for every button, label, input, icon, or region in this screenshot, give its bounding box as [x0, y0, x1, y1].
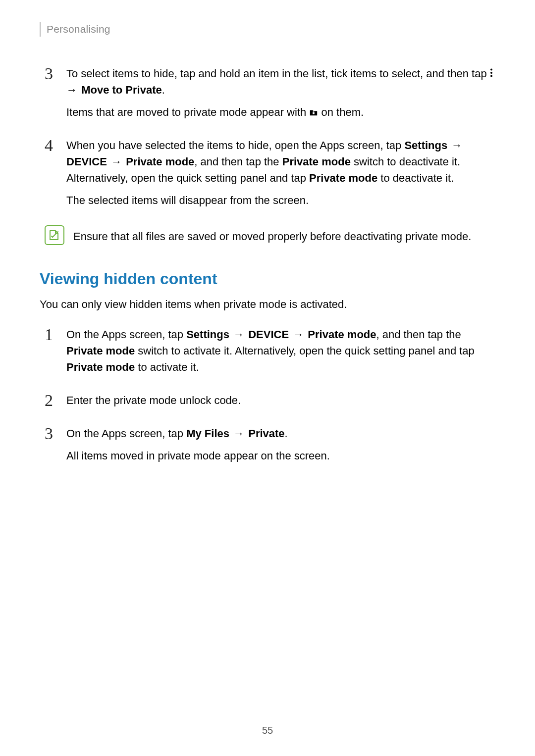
section-intro: You can only view hidden items when priv…	[40, 296, 495, 312]
step-body: On the Apps screen, tap Settings → DEVIC…	[66, 326, 495, 381]
page-header: Personalising	[40, 22, 495, 37]
svg-point-0	[490, 69, 492, 71]
view-step-1-text: On the Apps screen, tap Settings → DEVIC…	[66, 326, 495, 375]
step-4: 4 When you have selected the items to hi…	[45, 137, 495, 214]
note-icon	[45, 225, 64, 245]
chapter-title: Personalising	[47, 23, 110, 35]
view-step-3-line-1: On the Apps screen, tap My Files → Priva…	[66, 425, 495, 442]
step-3-line-1: To select items to hide, tap and hold an…	[66, 65, 495, 98]
step-4-line-2: The selected items will disappear from t…	[66, 192, 495, 208]
view-step-1: 1 On the Apps screen, tap Settings → DEV…	[45, 326, 495, 381]
view-step-3: 3 On the Apps screen, tap My Files → Pri…	[45, 425, 495, 470]
note-text: Ensure that all files are saved or moved…	[73, 225, 471, 245]
page-number: 55	[0, 725, 535, 736]
step-number: 3	[45, 65, 57, 126]
step-number: 1	[45, 326, 57, 381]
svg-point-1	[490, 72, 492, 74]
step-body: On the Apps screen, tap My Files → Priva…	[66, 425, 495, 470]
step-3-line-2: Items that are moved to private mode app…	[66, 104, 495, 120]
page: Personalising 3 To select items to hide,…	[0, 0, 535, 756]
step-3: 3 To select items to hide, tap and hold …	[45, 65, 495, 126]
steps-viewing: 1 On the Apps screen, tap Settings → DEV…	[40, 326, 495, 470]
section-heading: Viewing hidden content	[40, 270, 495, 288]
svg-point-2	[490, 75, 492, 77]
step-body: Enter the private mode unlock code.	[66, 392, 495, 414]
view-step-2-text: Enter the private mode unlock code.	[66, 392, 495, 408]
steps-continued: 3 To select items to hide, tap and hold …	[40, 65, 495, 214]
step-4-line-1: When you have selected the items to hide…	[66, 137, 495, 186]
note-box: Ensure that all files are saved or moved…	[40, 225, 495, 245]
svg-rect-3	[313, 112, 315, 114]
header-rule	[40, 22, 41, 37]
view-step-3-line-2: All items moved in private mode appear o…	[66, 448, 495, 464]
step-body: When you have selected the items to hide…	[66, 137, 495, 214]
step-number: 3	[45, 425, 57, 470]
step-body: To select items to hide, tap and hold an…	[66, 65, 495, 126]
step-number: 2	[45, 392, 57, 414]
view-step-2: 2 Enter the private mode unlock code.	[45, 392, 495, 414]
step-number: 4	[45, 137, 57, 214]
private-folder-icon	[309, 104, 318, 120]
more-options-icon	[490, 65, 493, 82]
